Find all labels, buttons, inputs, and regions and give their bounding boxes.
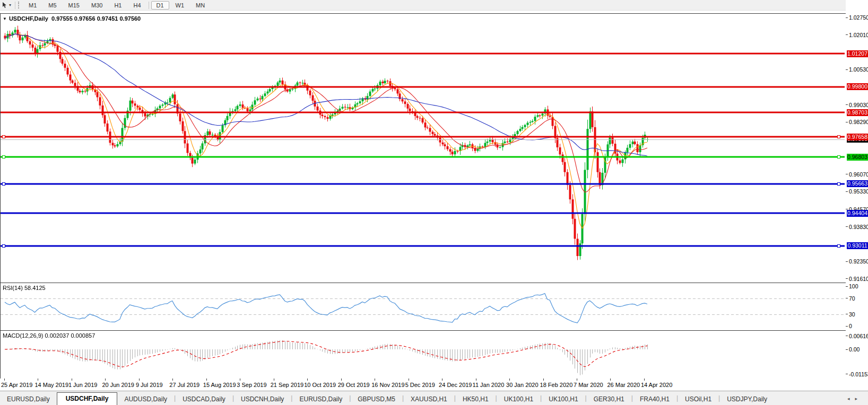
axis-tick-label: 0 [849,323,852,329]
chart-tab-usdcnh-daily[interactable]: USDCNH,Daily [234,393,291,405]
chart-tab-audusd-daily[interactable]: AUDUSD,Daily [117,393,174,405]
axis-tick-label: 70 [849,295,855,302]
level-price-label: 0.93011 [847,242,868,249]
date-tick [4,378,5,381]
axis-tick [846,34,848,35]
macd-chart-canvas[interactable] [1,331,845,377]
axis-tick-label: 30 [849,311,855,318]
timeframe-button-w1[interactable]: W1 [170,1,190,10]
date-tick [442,378,442,381]
chart-tab-eurusd-daily[interactable]: EURUSD,Daily [0,393,57,405]
date-tick [240,378,240,381]
axis-tick-label: 0.00 [849,346,860,353]
cursor-tool-button[interactable]: ▾ [0,0,13,10]
timeframe-button-m5[interactable]: M5 [43,1,62,10]
date-label: 14 May 2019 [34,382,68,388]
tab-scroll-left-icon[interactable]: ◂ [847,396,855,401]
date-label: 25 Apr 2019 [1,382,32,388]
timeframe-button-m1[interactable]: M1 [23,1,42,10]
axis-tick [846,191,848,192]
level-price-label: 0.98703 [847,109,868,116]
chart-tab-uk100-h1[interactable]: UK100,H1 [542,393,585,405]
date-label: 3 Sep 2019 [237,382,266,388]
date-label: 14 Apr 2020 [641,382,672,388]
tab-scroll-right-icon[interactable]: ▸ [855,396,863,401]
axis-tick-label: 0.006167 [849,333,868,339]
date-tick [509,378,510,381]
date-label: 1 Jun 2019 [68,382,97,388]
chart-tab-ger30-h1[interactable]: GER30,H1 [587,393,631,405]
date-tick [307,378,308,381]
date-label: 29 Oct 2019 [338,382,370,388]
date-tick [543,378,544,381]
candlestick-chart-canvas[interactable] [1,14,845,281]
axis-tick-label: 0.95330 [849,188,868,195]
date-tick [476,378,476,381]
toolbar-separator [15,2,15,9]
date-tick [172,378,173,381]
chart-tab-bar: EURUSD,DailyUSDCHF,DailyAUDUSD,Daily|USD… [0,391,868,405]
chart-tab-xauusd-h1[interactable]: XAUUSD,H1 [404,393,454,405]
axis-tick [846,286,848,287]
price-axis[interactable]: 1.027501.020101.005300.990300.982900.960… [846,0,868,391]
date-tick [341,378,342,381]
axis-tick [846,298,848,298]
chart-tab-usdjpy-daily[interactable]: USDJPY,Daily [720,393,774,405]
chart-tab-usoil-h1[interactable]: USOil,H1 [678,393,718,405]
level-price-label: 0.94404 [847,210,868,217]
date-tick [206,378,207,381]
axis-tick [846,104,848,105]
date-tick [105,378,106,381]
macd-indicator-panel[interactable]: MACD(12,26,9) 0.002037 0.000857 [0,330,846,379]
rsi-indicator-panel[interactable]: RSI(14) 58.4125 [0,283,846,331]
timeframe-button-m30[interactable]: M30 [86,1,108,10]
date-label: 20 Jun 2019 [102,382,134,388]
date-label: 7 Mar 2020 [574,382,603,388]
axis-tick [846,349,848,350]
toolbar-grip-handle[interactable] [18,2,21,8]
collapse-triangle-icon[interactable]: ▼ [3,16,7,21]
axis-tick [846,261,848,262]
axis-tick-label: -0.011533 [849,371,868,377]
axis-tick-label: 0.96070 [849,171,868,178]
timeframe-toolbar: ▾ M1M5M15M30H1H4D1W1MN [0,0,868,11]
date-tick [38,378,38,381]
date-label: 5 Dec 2019 [405,382,435,388]
chart-tab-usdchf-daily[interactable]: USDCHF,Daily [57,392,118,405]
trading-app-window: ▾ M1M5M15M30H1H4D1W1MN ▼USDCHF,Daily 0.9… [0,0,868,405]
date-label: 24 Dec 2019 [439,382,472,388]
axis-tick [846,336,848,336]
chart-tab-hk50-h1[interactable]: HK50,H1 [456,393,496,405]
timeframe-buttons: M1M5M15M30H1H4D1W1MN [23,1,211,10]
date-tick [72,378,72,381]
timeframe-button-d1[interactable]: D1 [151,1,169,10]
main-chart-panel[interactable]: ▼USDCHF,Daily 0.97555 0.97656 0.97451 0.… [0,13,846,283]
timeframe-button-m15[interactable]: M15 [63,1,85,10]
axis-tick-label: 0.91610 [849,276,868,282]
timeframe-button-mn[interactable]: MN [190,1,210,10]
chart-tab-gbpusd-m5[interactable]: GBPUSD,M5 [351,393,402,405]
axis-tick [846,374,848,374]
chart-tab-fra40-h1[interactable]: FRA40,H1 [633,393,676,405]
date-tick [610,378,611,381]
level-price-label: 0.96803 [847,154,868,161]
axis-tick-label: 1.02010 [849,32,868,38]
axis-tick-label: 0.93830 [849,224,868,230]
timeframe-button-h1[interactable]: H1 [109,1,127,10]
date-tick [644,378,645,381]
date-label: 30 Jan 2020 [506,382,539,388]
date-label: 16 Nov 2019 [371,382,404,388]
axis-tick [846,226,848,227]
chart-tab-uk100-h1[interactable]: UK100,H1 [497,393,540,405]
chart-tab-usdcad-daily[interactable]: USDCAD,Daily [176,393,232,405]
date-label: 21 Sep 2019 [271,382,303,388]
rsi-chart-canvas[interactable] [1,283,845,329]
date-label: 10 Oct 2019 [304,382,336,388]
axis-tick [846,69,848,70]
chart-ohlc-values: 0.97555 0.97656 0.97451 0.97560 [51,15,141,22]
date-axis[interactable]: 25 Apr 201914 May 20191 Jun 201920 Jun 2… [0,378,846,391]
date-label: 18 Feb 2020 [540,382,573,388]
timeframe-button-h4[interactable]: H4 [128,1,146,10]
axis-tick-label: 100 [849,283,858,289]
chart-tab-eurusd-daily[interactable]: EURUSD,Daily [292,393,349,405]
